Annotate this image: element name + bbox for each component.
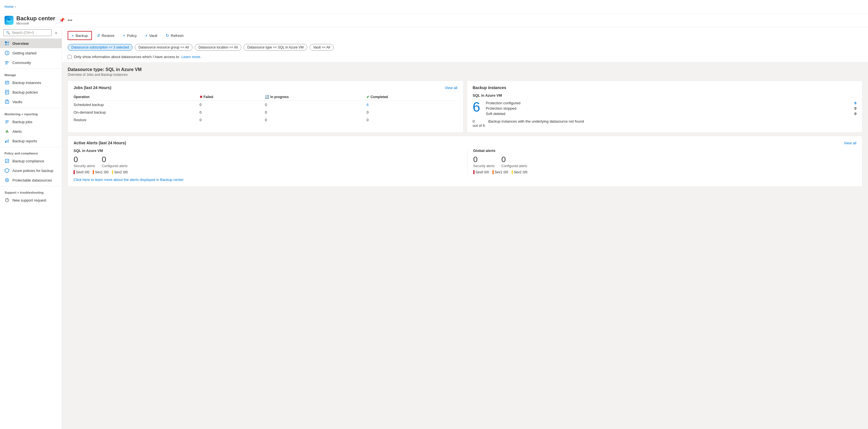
bi-footer-zero: 0 <box>473 119 475 123</box>
bi-content: 6 Protection configured 6 Protection sto… <box>473 100 857 116</box>
ellipsis-menu[interactable]: ••• <box>68 18 72 23</box>
svg-text:?: ? <box>6 199 8 202</box>
sidebar-item-vaults[interactable]: Vaults <box>0 97 62 106</box>
restore-icon: ↺ <box>97 33 100 38</box>
sidebar-getting-started-label: Getting started <box>12 51 36 55</box>
bi-value-soft-deleted: 0 <box>855 112 857 116</box>
col-failed: ✖ Failed <box>197 93 263 101</box>
sev0-value-global: 0/0 <box>484 170 489 174</box>
refresh-button-label: Refresh <box>171 34 184 38</box>
sidebar-item-new-support[interactable]: ? New support request <box>0 195 62 205</box>
failed-icon: ✖ <box>199 95 203 99</box>
sidebar-overview-label: Overview <box>12 41 29 45</box>
svg-rect-2 <box>5 41 7 43</box>
vault-button-label: Vault <box>149 34 157 38</box>
bi-value-protection-stopped: 0 <box>855 106 857 111</box>
backup-instances-title: Backup instances <box>473 85 506 90</box>
breadcrumb-separator: › <box>15 5 16 9</box>
alerts-learn-more-link[interactable]: Click here to learn more about the alert… <box>73 178 184 182</box>
svg-rect-23 <box>8 139 9 143</box>
filter-type[interactable]: Datasource type == SQL in Azure VM <box>244 44 307 51</box>
alerts-footer: Click here to learn more about the alert… <box>73 178 857 182</box>
collapse-button[interactable]: « <box>54 29 58 36</box>
alerts-global-sev1: Sev1 0/0 <box>493 170 508 174</box>
overview-icon <box>4 41 9 46</box>
alerts-global-security-label: Security alerts <box>473 164 495 168</box>
sidebar-item-backup-jobs[interactable]: Backup jobs <box>0 117 62 127</box>
bi-value-protection-configured[interactable]: 6 <box>855 101 857 105</box>
bi-stat-soft-deleted: Soft deleted 0 <box>486 111 857 116</box>
bi-stats: Protection configured 6 Protection stopp… <box>486 100 857 116</box>
protectable-datasources-icon <box>4 178 9 183</box>
search-icon: 🔍 <box>6 31 10 35</box>
row-scheduled-completed[interactable]: 6 <box>364 101 457 109</box>
bi-label-soft-deleted: Soft deleted <box>486 112 505 116</box>
svg-rect-21 <box>5 141 6 143</box>
backup-jobs-label: Backup jobs <box>12 120 32 124</box>
backup-button[interactable]: + Backup <box>68 31 92 40</box>
alerts-sql-counts: 0 Security alerts 0 Configured alerts <box>73 155 463 168</box>
alerts-global-configured-label: Configured alerts <box>501 164 527 168</box>
sidebar-item-community[interactable]: Community <box>0 58 62 67</box>
datasource-access-checkbox[interactable] <box>68 55 72 59</box>
alerts-global-severity-row: Sev0 0/0 Sev1 0/0 Sev2 0/0 <box>473 170 857 174</box>
pin-icon[interactable]: 📌 <box>59 18 65 23</box>
sev0-bar-global <box>473 170 474 174</box>
sidebar-item-azure-policies[interactable]: Azure policies for backup <box>0 166 62 175</box>
sidebar-item-backup-reports[interactable]: Backup reports <box>0 136 62 146</box>
vault-button[interactable]: + Vault <box>142 31 161 40</box>
alerts-card: Active Alerts (last 24 Hours) View all S… <box>68 136 862 187</box>
alerts-section-sql: SQL in Azure VM 0 Security alerts 0 Conf… <box>73 149 463 174</box>
bi-label-protection-stopped: Protection stopped <box>486 106 516 111</box>
alerts-view-all[interactable]: View all <box>844 141 857 145</box>
app-subtitle: Microsoft <box>17 22 55 25</box>
datasource-title: Datasource type: SQL in Azure VM <box>68 67 862 72</box>
backup-button-label: Backup <box>75 34 88 38</box>
alerts-sql-security: 0 Security alerts <box>73 155 95 168</box>
alerts-sql-configured-count: 0 <box>102 155 127 164</box>
filter-resource-group-label: Datasource resource group == All <box>138 45 189 49</box>
sidebar-item-alerts[interactable]: Alerts <box>0 127 62 136</box>
search-box[interactable]: 🔍 Search (Ctrl+/) <box>3 29 52 36</box>
bi-total-number: 6 <box>473 100 480 114</box>
sidebar-item-protectable-datasources[interactable]: Protectable datasources <box>0 175 62 185</box>
row-ondemand-failed: 0 <box>197 109 263 116</box>
community-icon <box>4 60 9 65</box>
breadcrumb-home[interactable]: Home <box>4 5 13 9</box>
content-area: Datasource type: SQL in Azure VM Overvie… <box>62 63 868 429</box>
jobs-card: Jobs (last 24 Hours) View all Operation … <box>68 81 463 132</box>
policy-button[interactable]: + Policy <box>119 31 141 40</box>
row-scheduled-failed: 0 <box>197 101 263 109</box>
alerts-sql-sev0: Sev0 0/0 <box>73 170 89 174</box>
breadcrumb[interactable]: Home › <box>4 4 16 10</box>
vault-plus-icon: + <box>145 33 148 38</box>
backup-plus-icon: + <box>72 33 74 38</box>
section-monitoring: Monitoring + reporting <box>0 109 62 117</box>
protectable-datasources-label: Protectable datasources <box>12 178 52 182</box>
bi-footer-count: 0 out of 6 <box>473 119 485 128</box>
vaults-label: Vaults <box>12 100 22 104</box>
filter-resource-group[interactable]: Datasource resource group == All <box>135 44 192 51</box>
filter-subscription[interactable]: Datasource subscription == 3 selected <box>68 44 132 51</box>
alerts-sql-sev2: Sev2 0/0 <box>112 170 128 174</box>
completed-icon: ✔ <box>367 95 369 99</box>
sidebar-item-overview[interactable]: Overview <box>0 39 62 48</box>
filter-vault[interactable]: Vault == All <box>310 44 334 51</box>
learn-more-link[interactable]: Learn more. <box>182 55 201 59</box>
sev2-label-sql: Sev2 <box>114 170 122 174</box>
restore-button[interactable]: ↺ Restore <box>93 31 118 40</box>
svg-rect-3 <box>7 41 9 43</box>
filter-location[interactable]: Datasource location == All <box>195 44 241 51</box>
backup-policies-label: Backup policies <box>12 90 38 94</box>
sidebar-item-backup-compliance[interactable]: Backup compliance <box>0 156 62 166</box>
top-bar: Home › <box>0 0 868 13</box>
sidebar-item-getting-started[interactable]: Getting started <box>0 48 62 58</box>
sev1-value-sql: 0/0 <box>104 170 108 174</box>
sidebar-item-backup-instances[interactable]: Backup instances <box>0 78 62 87</box>
sev1-bar-global <box>493 170 494 174</box>
alerts-global-security-count: 0 <box>473 155 495 164</box>
jobs-view-all[interactable]: View all <box>445 86 458 90</box>
col-completed: ✔ Completed <box>364 93 457 101</box>
refresh-button[interactable]: ↻ Refresh <box>162 31 187 40</box>
sidebar-item-backup-policies[interactable]: Backup policies <box>0 87 62 97</box>
